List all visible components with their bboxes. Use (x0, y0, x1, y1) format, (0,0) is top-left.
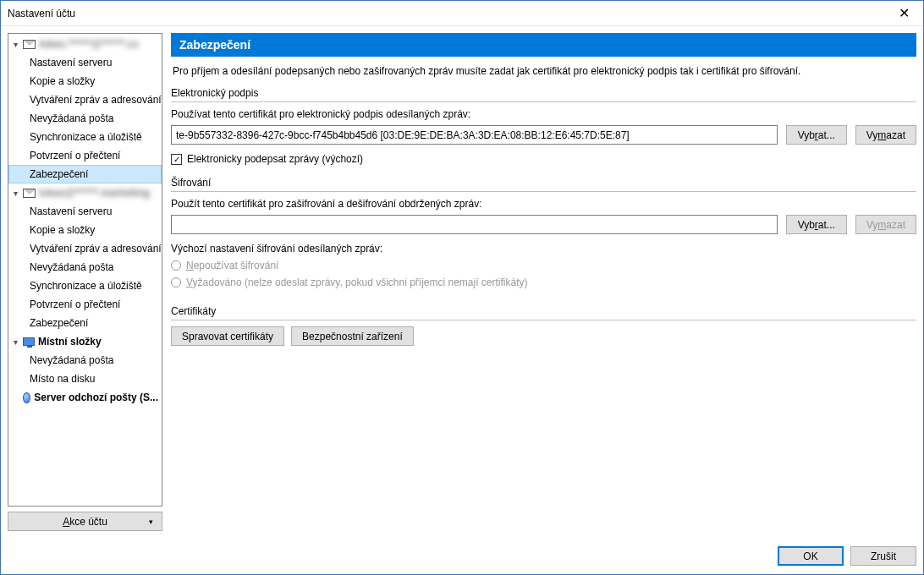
manage-certs-button[interactable]: Spravovat certifikáty (171, 326, 284, 346)
encryption-group: Šifrování Použít tento certifikát pro za… (171, 177, 916, 293)
ok-button[interactable]: OK (778, 546, 844, 566)
window-title: Nastavení účtu (1, 8, 885, 19)
mail-icon (23, 40, 36, 49)
sidebar-item-receipts[interactable]: Potvrzení o přečtení (8, 146, 162, 165)
account-node-1[interactable]: lukas.******@******.cz (8, 35, 162, 53)
account-node-2[interactable]: lukas@******.marketing (8, 183, 162, 202)
radio-never-encrypt: Nepoužívat šifrování (171, 260, 916, 271)
sign-default-label: Elektronicky podepsat zprávy (výchozí) (187, 153, 363, 165)
sidebar-item-security[interactable]: Zabezpečení (8, 165, 162, 183)
caret-down-icon: ▾ (149, 518, 153, 526)
security-devices-button[interactable]: Bezpečnostní zařízení (291, 326, 414, 346)
smtp-node[interactable]: Server odchozí pošty (S... (8, 388, 162, 407)
panel-heading: Zabezpečení (171, 33, 916, 57)
sidebar-item-receipts[interactable]: Potvrzení o přečtení (8, 295, 162, 314)
twisty-icon[interactable] (14, 40, 23, 49)
monitor-icon (23, 337, 35, 346)
sidebar-item-copies[interactable]: Kopie a složky (8, 221, 162, 239)
sidebar-item-junk[interactable]: Nevyžádaná pošta (8, 351, 162, 370)
certificates-group-label: Certifikáty (171, 305, 916, 320)
titlebar: Nastavení účtu ✕ (1, 1, 923, 26)
smtp-label: Server odchozí pošty (S... (34, 392, 158, 403)
twisty-icon[interactable] (14, 189, 23, 198)
content-panel: Zabezpečení Pro příjem a odesílání podep… (171, 33, 916, 531)
signing-group: Elektronický podpis Používat tento certi… (171, 87, 916, 165)
encryption-clear-button: Vymazat (855, 215, 916, 234)
radio-icon (171, 277, 181, 288)
panel-intro: Pro příjem a odesílání podepsaných nebo … (171, 57, 916, 87)
sidebar-item-compose[interactable]: Vytváření zpráv a adresování (8, 239, 162, 258)
account-actions-button[interactable]: Akce účtu ▾ (8, 512, 162, 531)
signing-cert-field[interactable] (171, 125, 778, 145)
encryption-field-label: Použít tento certifikát pro zašifrování … (171, 198, 916, 210)
account-label: lukas@******.marketing (39, 187, 150, 199)
encryption-default-label: Výchozí nastavení šifrování odesílaných … (171, 243, 916, 255)
account-label: lukas.******@******.cz (39, 38, 139, 50)
sidebar-item-copies[interactable]: Kopie a složky (8, 72, 162, 90)
twisty-icon[interactable] (14, 337, 23, 347)
signing-clear-button[interactable]: Vymazat (855, 125, 916, 145)
account-actions-label: kce účtu (69, 516, 107, 528)
local-folders-node[interactable]: Místní složky (8, 332, 162, 351)
sidebar: lukas.******@******.cz Nastavení serveru… (8, 33, 162, 531)
sidebar-item-sync[interactable]: Synchronizace a úložiště (8, 128, 162, 146)
signing-group-label: Elektronický podpis (171, 87, 916, 102)
certificates-group: Certifikáty Spravovat certifikáty Bezpeč… (171, 305, 916, 346)
close-button[interactable]: ✕ (885, 1, 923, 25)
signing-select-button[interactable]: Vybrat... (786, 125, 847, 145)
sidebar-item-compose[interactable]: Vytváření zpráv a adresování (8, 90, 162, 109)
sidebar-item-server[interactable]: Nastavení serveru (8, 202, 162, 221)
sidebar-item-junk[interactable]: Nevyžádaná pošta (8, 109, 162, 128)
account-tree[interactable]: lukas.******@******.cz Nastavení serveru… (8, 33, 162, 507)
sidebar-item-disk[interactable]: Místo na disku (8, 370, 162, 388)
sidebar-item-junk[interactable]: Nevyžádaná pošta (8, 258, 162, 277)
encryption-select-button[interactable]: Vybrat... (786, 215, 847, 234)
mail-icon (23, 189, 36, 198)
signing-field-label: Používat tento certifikát pro elektronic… (171, 108, 916, 120)
dialog-footer: OK Zrušit (1, 538, 923, 574)
sidebar-item-sync[interactable]: Synchronizace a úložiště (8, 277, 162, 295)
cancel-button[interactable]: Zrušit (850, 546, 916, 566)
sidebar-item-server[interactable]: Nastavení serveru (8, 53, 162, 72)
radio-require-encrypt: Vyžadováno (nelze odeslat zprávy, pokud … (171, 277, 916, 288)
account-settings-window: Nastavení účtu ✕ lukas.******@******.cz … (0, 0, 924, 575)
local-folders-label: Místní složky (38, 336, 102, 348)
sidebar-item-security[interactable]: Zabezpečení (8, 314, 162, 332)
sign-default-checkbox[interactable]: ✓ (171, 154, 182, 165)
encryption-group-label: Šifrování (171, 177, 916, 192)
encryption-cert-field[interactable] (171, 215, 778, 234)
radio-icon (171, 260, 181, 271)
globe-icon (23, 392, 30, 403)
